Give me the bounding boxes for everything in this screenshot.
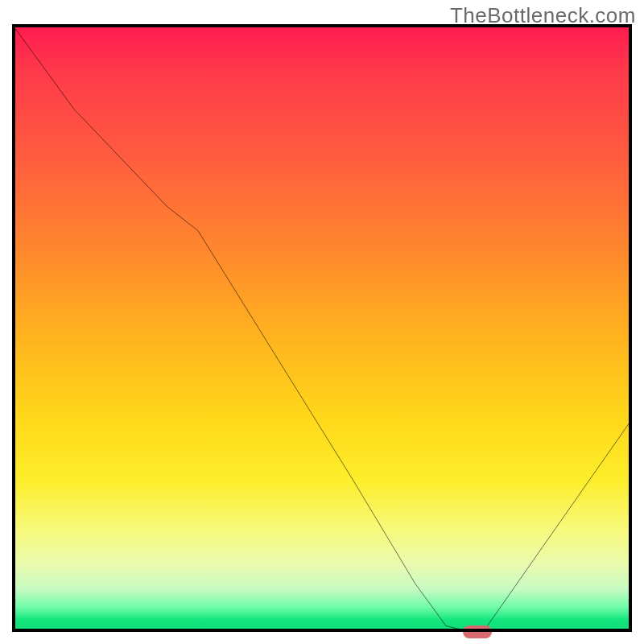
bottleneck-curve-path	[12, 24, 632, 632]
plot-area	[12, 24, 632, 632]
optimal-marker	[463, 625, 492, 638]
curve-svg	[12, 24, 632, 632]
chart-stage: TheBottleneck.com	[0, 0, 644, 644]
